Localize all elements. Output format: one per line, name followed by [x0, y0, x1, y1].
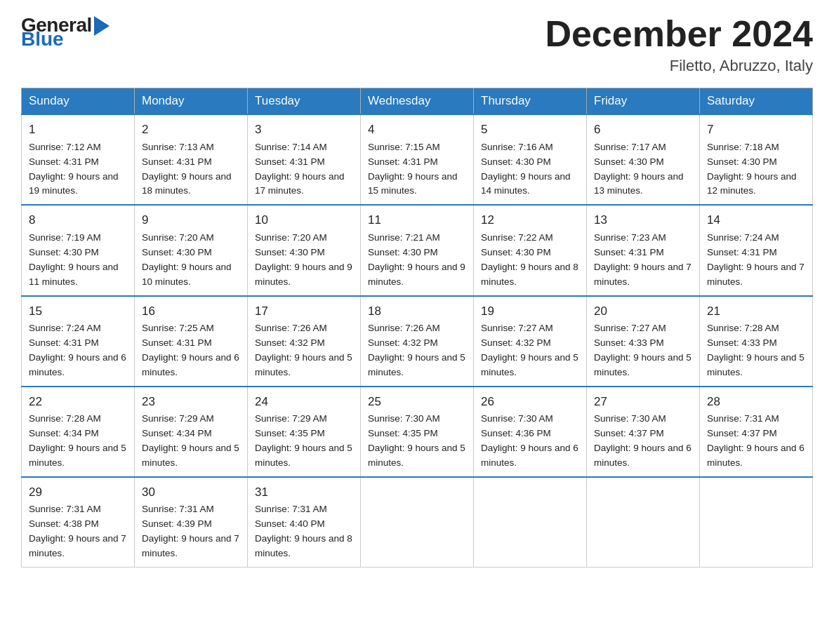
calendar-cell: 10 Sunrise: 7:20 AMSunset: 4:30 PMDaylig…	[248, 205, 361, 295]
day-number: 11	[368, 211, 466, 229]
day-info: Sunrise: 7:14 AMSunset: 4:31 PMDaylight:…	[255, 142, 345, 196]
day-number: 23	[142, 393, 240, 411]
day-number: 26	[481, 393, 579, 411]
day-info: Sunrise: 7:24 AMSunset: 4:31 PMDaylight:…	[29, 323, 126, 377]
day-number: 30	[142, 483, 240, 502]
month-title: December 2024	[545, 14, 813, 54]
day-info: Sunrise: 7:15 AMSunset: 4:31 PMDaylight:…	[368, 142, 458, 196]
calendar-cell: 9 Sunrise: 7:20 AMSunset: 4:30 PMDayligh…	[135, 205, 248, 295]
calendar-cell: 28 Sunrise: 7:31 AMSunset: 4:37 PMDaylig…	[700, 387, 813, 477]
calendar-cell	[700, 477, 813, 568]
col-header-thursday: Thursday	[474, 88, 587, 115]
day-info: Sunrise: 7:25 AMSunset: 4:31 PMDaylight:…	[142, 323, 239, 377]
logo-arrow-icon	[94, 16, 110, 36]
day-number: 17	[255, 302, 353, 321]
calendar-cell: 8 Sunrise: 7:19 AMSunset: 4:30 PMDayligh…	[22, 205, 135, 295]
day-number: 7	[707, 121, 805, 139]
calendar-cell: 17 Sunrise: 7:26 AMSunset: 4:32 PMDaylig…	[248, 296, 361, 387]
calendar-cell: 5 Sunrise: 7:16 AMSunset: 4:30 PMDayligh…	[474, 114, 587, 205]
day-info: Sunrise: 7:26 AMSunset: 4:32 PMDaylight:…	[368, 323, 465, 377]
day-number: 4	[368, 121, 466, 139]
calendar-header-row: SundayMondayTuesdayWednesdayThursdayFrid…	[22, 88, 813, 115]
col-header-wednesday: Wednesday	[361, 88, 474, 115]
calendar-cell: 1 Sunrise: 7:12 AMSunset: 4:31 PMDayligh…	[22, 114, 135, 205]
day-number: 10	[255, 211, 353, 229]
calendar-week-row: 22 Sunrise: 7:28 AMSunset: 4:34 PMDaylig…	[22, 387, 813, 477]
calendar-table: SundayMondayTuesdayWednesdayThursdayFrid…	[21, 88, 813, 568]
calendar-cell: 19 Sunrise: 7:27 AMSunset: 4:32 PMDaylig…	[474, 296, 587, 387]
col-header-monday: Monday	[135, 88, 248, 115]
col-header-friday: Friday	[587, 88, 700, 115]
calendar-cell: 27 Sunrise: 7:30 AMSunset: 4:37 PMDaylig…	[587, 387, 700, 477]
day-number: 13	[594, 211, 692, 229]
calendar-cell: 26 Sunrise: 7:30 AMSunset: 4:36 PMDaylig…	[474, 387, 587, 477]
calendar-cell: 14 Sunrise: 7:24 AMSunset: 4:31 PMDaylig…	[700, 205, 813, 295]
day-number: 21	[707, 302, 805, 321]
calendar-cell: 15 Sunrise: 7:24 AMSunset: 4:31 PMDaylig…	[22, 296, 135, 387]
day-info: Sunrise: 7:30 AMSunset: 4:35 PMDaylight:…	[368, 413, 465, 468]
logo: General Blue	[21, 14, 110, 51]
day-number: 14	[707, 211, 805, 229]
day-info: Sunrise: 7:24 AMSunset: 4:31 PMDaylight:…	[707, 232, 805, 287]
day-info: Sunrise: 7:31 AMSunset: 4:39 PMDaylight:…	[142, 504, 239, 558]
calendar-week-row: 15 Sunrise: 7:24 AMSunset: 4:31 PMDaylig…	[22, 296, 813, 387]
calendar-week-row: 1 Sunrise: 7:12 AMSunset: 4:31 PMDayligh…	[22, 114, 813, 205]
calendar-cell: 13 Sunrise: 7:23 AMSunset: 4:31 PMDaylig…	[587, 205, 700, 295]
day-number: 5	[481, 121, 579, 139]
calendar-cell: 20 Sunrise: 7:27 AMSunset: 4:33 PMDaylig…	[587, 296, 700, 387]
calendar-week-row: 8 Sunrise: 7:19 AMSunset: 4:30 PMDayligh…	[22, 205, 813, 295]
calendar-cell: 6 Sunrise: 7:17 AMSunset: 4:30 PMDayligh…	[587, 114, 700, 205]
day-info: Sunrise: 7:28 AMSunset: 4:34 PMDaylight:…	[29, 413, 126, 468]
calendar-week-row: 29 Sunrise: 7:31 AMSunset: 4:38 PMDaylig…	[22, 477, 813, 568]
calendar-cell: 29 Sunrise: 7:31 AMSunset: 4:38 PMDaylig…	[22, 477, 135, 568]
day-info: Sunrise: 7:29 AMSunset: 4:34 PMDaylight:…	[142, 413, 239, 468]
day-info: Sunrise: 7:19 AMSunset: 4:30 PMDaylight:…	[29, 232, 119, 287]
day-number: 24	[255, 393, 353, 411]
calendar-cell: 25 Sunrise: 7:30 AMSunset: 4:35 PMDaylig…	[361, 387, 474, 477]
day-info: Sunrise: 7:26 AMSunset: 4:32 PMDaylight:…	[255, 323, 352, 377]
title-area: December 2024 Filetto, Abruzzo, Italy	[545, 14, 813, 75]
day-info: Sunrise: 7:27 AMSunset: 4:32 PMDaylight:…	[481, 323, 578, 377]
day-info: Sunrise: 7:20 AMSunset: 4:30 PMDaylight:…	[255, 232, 352, 287]
day-number: 19	[481, 302, 579, 321]
calendar-cell	[587, 477, 700, 568]
day-info: Sunrise: 7:12 AMSunset: 4:31 PMDaylight:…	[29, 142, 119, 196]
day-number: 28	[707, 393, 805, 411]
day-number: 9	[142, 211, 240, 229]
day-number: 3	[255, 121, 353, 139]
day-info: Sunrise: 7:16 AMSunset: 4:30 PMDaylight:…	[481, 142, 571, 196]
day-info: Sunrise: 7:29 AMSunset: 4:35 PMDaylight:…	[255, 413, 352, 468]
day-info: Sunrise: 7:30 AMSunset: 4:37 PMDaylight:…	[594, 413, 691, 468]
calendar-cell: 11 Sunrise: 7:21 AMSunset: 4:30 PMDaylig…	[361, 205, 474, 295]
day-info: Sunrise: 7:27 AMSunset: 4:33 PMDaylight:…	[594, 323, 691, 377]
calendar-cell: 16 Sunrise: 7:25 AMSunset: 4:31 PMDaylig…	[135, 296, 248, 387]
calendar-cell: 12 Sunrise: 7:22 AMSunset: 4:30 PMDaylig…	[474, 205, 587, 295]
calendar-cell: 18 Sunrise: 7:26 AMSunset: 4:32 PMDaylig…	[361, 296, 474, 387]
page-header: General Blue December 2024 Filetto, Abru…	[21, 14, 813, 75]
day-number: 16	[142, 302, 240, 321]
day-info: Sunrise: 7:31 AMSunset: 4:40 PMDaylight:…	[255, 504, 352, 558]
day-info: Sunrise: 7:23 AMSunset: 4:31 PMDaylight:…	[594, 232, 691, 287]
day-info: Sunrise: 7:22 AMSunset: 4:30 PMDaylight:…	[481, 232, 578, 287]
calendar-cell: 7 Sunrise: 7:18 AMSunset: 4:30 PMDayligh…	[700, 114, 813, 205]
day-number: 18	[368, 302, 466, 321]
day-info: Sunrise: 7:31 AMSunset: 4:37 PMDaylight:…	[707, 413, 805, 468]
calendar-cell: 3 Sunrise: 7:14 AMSunset: 4:31 PMDayligh…	[248, 114, 361, 205]
calendar-cell: 22 Sunrise: 7:28 AMSunset: 4:34 PMDaylig…	[22, 387, 135, 477]
calendar-cell: 4 Sunrise: 7:15 AMSunset: 4:31 PMDayligh…	[361, 114, 474, 205]
calendar-cell	[474, 477, 587, 568]
day-number: 31	[255, 483, 353, 502]
day-number: 22	[29, 393, 127, 411]
day-number: 8	[29, 211, 127, 229]
calendar-cell: 31 Sunrise: 7:31 AMSunset: 4:40 PMDaylig…	[248, 477, 361, 568]
day-number: 2	[142, 121, 240, 139]
day-number: 12	[481, 211, 579, 229]
day-info: Sunrise: 7:30 AMSunset: 4:36 PMDaylight:…	[481, 413, 578, 468]
svg-marker-0	[94, 16, 110, 36]
day-info: Sunrise: 7:28 AMSunset: 4:33 PMDaylight:…	[707, 323, 805, 377]
calendar-cell: 30 Sunrise: 7:31 AMSunset: 4:39 PMDaylig…	[135, 477, 248, 568]
calendar-cell: 23 Sunrise: 7:29 AMSunset: 4:34 PMDaylig…	[135, 387, 248, 477]
day-number: 20	[594, 302, 692, 321]
day-number: 15	[29, 302, 127, 321]
day-info: Sunrise: 7:21 AMSunset: 4:30 PMDaylight:…	[368, 232, 465, 287]
